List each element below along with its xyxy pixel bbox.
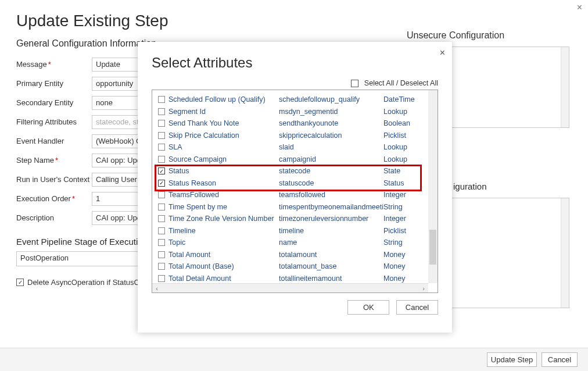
attribute-type: Money	[383, 262, 424, 270]
attribute-checkbox[interactable]	[158, 156, 165, 163]
attribute-row[interactable]: Total Amount (Base)totalamount_baseMoney	[158, 261, 427, 273]
ok-button[interactable]: OK	[347, 300, 389, 315]
attribute-row[interactable]: Total Detail AmounttotallineitemamountMo…	[158, 273, 427, 285]
scroll-left-icon[interactable]: ‹	[152, 284, 162, 292]
attribute-display: Status Reason	[168, 179, 279, 187]
attribute-checkbox[interactable]	[158, 227, 165, 234]
attributes-list: Scheduled Follow up (Qualify)schedulefol…	[152, 90, 438, 293]
attribute-schema-name: statecode	[279, 167, 383, 175]
attribute-schema-name: totalamount	[279, 251, 383, 259]
attribute-type: Lookup	[383, 155, 424, 163]
attribute-row[interactable]: TimelinetimelinePicklist	[158, 225, 427, 237]
attribute-display: Status	[168, 167, 279, 175]
attribute-row[interactable]: StatusstatecodeState	[158, 165, 427, 177]
attribute-schema-name: skippricecalculation	[279, 131, 383, 140]
attribute-checkbox[interactable]	[158, 132, 165, 139]
attribute-schema-name: timespentbymeonemailandmeeti	[279, 203, 383, 211]
attribute-row[interactable]: Time Zone Rule Version Numbertimezonerul…	[158, 213, 427, 225]
attribute-type: Lookup	[383, 143, 424, 151]
attribute-type: Integer	[383, 191, 424, 199]
attribute-row[interactable]: Total AmounttotalamountMoney	[158, 249, 427, 261]
attribute-type: Picklist	[383, 227, 424, 235]
attribute-display: Source Campaign	[168, 155, 279, 163]
attribute-checkbox[interactable]	[158, 120, 165, 127]
attribute-checkbox[interactable]	[158, 180, 165, 187]
attribute-display: Time Zone Rule Version Number	[168, 215, 279, 223]
attribute-display: Time Spent by me	[168, 203, 279, 211]
attribute-type: State	[383, 167, 424, 175]
attribute-checkbox[interactable]	[158, 215, 165, 222]
attribute-schema-name: statuscode	[279, 179, 383, 187]
attribute-type: Money	[383, 251, 424, 259]
attribute-checkbox[interactable]	[158, 275, 165, 282]
attribute-schema-name: totallineitemamount	[279, 274, 383, 283]
horizontal-scrollbar[interactable]: ‹ ›	[152, 283, 428, 292]
attribute-schema-name: teamsfollowed	[279, 191, 383, 199]
attribute-display: Scheduled Follow up (Qualify)	[168, 95, 279, 104]
attribute-schema-name: msdyn_segmentid	[279, 108, 383, 116]
attribute-row[interactable]: SLAslaidLookup	[158, 141, 427, 154]
attribute-schema-name: schedulefollowup_qualify	[279, 95, 383, 104]
scroll-right-icon[interactable]: ›	[419, 284, 428, 292]
footer-cancel-button[interactable]: Cancel	[542, 352, 578, 367]
attribute-row[interactable]: Time Spent by metimespentbymeonemailandm…	[158, 201, 427, 213]
cancel-button[interactable]: Cancel	[396, 300, 438, 315]
footer-bar: Update Step Cancel	[0, 348, 588, 371]
attribute-checkbox[interactable]	[158, 204, 165, 211]
attribute-display: Segment Id	[168, 108, 279, 116]
attribute-row[interactable]: Status ReasonstatuscodeStatus	[158, 177, 427, 190]
attribute-schema-name: slaid	[279, 143, 383, 151]
attribute-schema-name: timeline	[279, 227, 383, 235]
attribute-checkbox[interactable]	[158, 251, 165, 258]
attribute-checkbox[interactable]	[158, 144, 165, 151]
attribute-checkbox[interactable]	[158, 96, 165, 103]
attribute-schema-name: sendthankyounote	[279, 119, 383, 127]
attribute-type: String	[383, 238, 424, 247]
attribute-row[interactable]: TeamsFollowedteamsfollowedInteger	[158, 189, 427, 201]
attribute-row[interactable]: Skip Price Calculationskippricecalculati…	[158, 130, 427, 142]
modal-title: Select Attributes	[152, 55, 438, 71]
attribute-type: Integer	[383, 215, 424, 223]
attribute-row[interactable]: Send Thank You NotesendthankyounoteBoole…	[158, 117, 427, 130]
attribute-type: Lookup	[383, 108, 424, 116]
update-step-button[interactable]: Update Step	[487, 352, 537, 367]
attribute-checkbox[interactable]	[158, 263, 165, 270]
attribute-type: Boolean	[383, 119, 424, 127]
attribute-checkbox[interactable]	[158, 191, 165, 198]
attribute-checkbox[interactable]	[158, 239, 165, 246]
attribute-display: SLA	[168, 143, 279, 151]
attribute-type: DateTime	[383, 95, 424, 104]
attribute-display: Total Detail Amount	[168, 274, 279, 283]
attribute-checkbox[interactable]	[158, 108, 165, 115]
modal-close-icon[interactable]: ×	[440, 48, 445, 58]
attribute-checkbox[interactable]	[158, 167, 165, 174]
select-all-label: Select All / Deselect All	[364, 79, 438, 87]
attribute-display: Skip Price Calculation	[168, 131, 279, 140]
attribute-display: Total Amount	[168, 251, 279, 259]
attribute-schema-name: timezoneruleversionnumber	[279, 215, 383, 223]
attribute-type: Status	[383, 179, 424, 187]
select-attributes-modal: × Select Attributes Select All / Deselec…	[138, 42, 452, 333]
attribute-schema-name: campaignid	[279, 155, 383, 163]
attribute-schema-name: name	[279, 238, 383, 247]
attribute-row[interactable]: Scheduled Follow up (Qualify)schedulefol…	[158, 94, 427, 106]
attribute-display: Timeline	[168, 227, 279, 235]
attribute-display: Total Amount (Base)	[168, 262, 279, 270]
attribute-type: String	[383, 203, 424, 211]
attribute-display: TeamsFollowed	[168, 191, 279, 199]
attribute-row[interactable]: TopicnameString	[158, 237, 427, 249]
select-all-checkbox[interactable]	[351, 80, 358, 87]
attribute-type: Picklist	[383, 131, 424, 140]
attribute-row[interactable]: Source CampaigncampaignidLookup	[158, 154, 427, 166]
attribute-type: Money	[383, 274, 424, 283]
attribute-display: Topic	[168, 238, 279, 247]
attribute-schema-name: totalamount_base	[279, 262, 383, 270]
attribute-row[interactable]: Segment Idmsdyn_segmentidLookup	[158, 106, 427, 118]
attribute-display: Send Thank You Note	[168, 119, 279, 127]
vertical-scrollbar[interactable]	[428, 90, 438, 283]
